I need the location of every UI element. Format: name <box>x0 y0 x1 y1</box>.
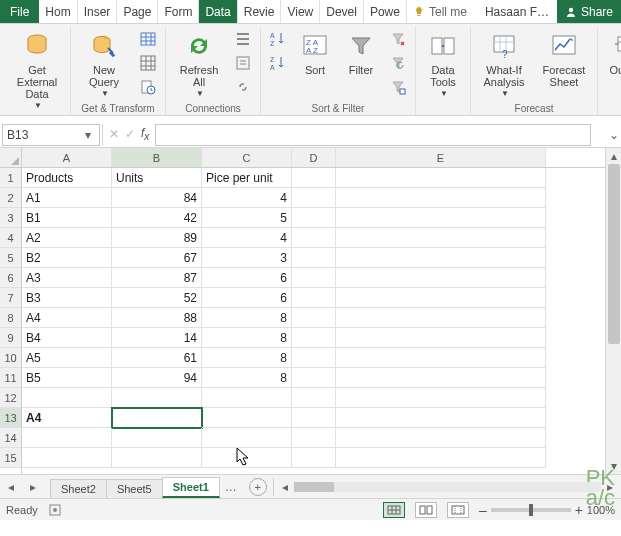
name-box[interactable]: B13 ▾ <box>2 124 100 146</box>
cell-D6[interactable] <box>292 268 336 288</box>
cell-D11[interactable] <box>292 368 336 388</box>
cell-B2[interactable]: 84 <box>112 188 202 208</box>
cell-C8[interactable]: 8 <box>202 308 292 328</box>
row-header-15[interactable]: 15 <box>0 448 21 468</box>
cell-D12[interactable] <box>292 388 336 408</box>
cell-B1[interactable]: Units <box>112 168 202 188</box>
row-header-5[interactable]: 5 <box>0 248 21 268</box>
cell-C6[interactable]: 6 <box>202 268 292 288</box>
cell-E8[interactable] <box>336 308 546 328</box>
chevron-down-icon[interactable]: ▾ <box>81 128 95 142</box>
cell-A4[interactable]: A2 <box>22 228 112 248</box>
scroll-right-button[interactable]: ▸ <box>603 480 617 494</box>
cell-B11[interactable]: 94 <box>112 368 202 388</box>
cell-E11[interactable] <box>336 368 546 388</box>
forecast-sheet-button[interactable]: Forecast Sheet <box>537 28 591 88</box>
edit-links-button[interactable] <box>232 76 254 98</box>
zoom-out-button[interactable]: – <box>479 502 487 518</box>
show-queries-button[interactable] <box>137 28 159 50</box>
cell-B5[interactable]: 67 <box>112 248 202 268</box>
cell-B6[interactable]: 87 <box>112 268 202 288</box>
cell-D8[interactable] <box>292 308 336 328</box>
cell-B10[interactable]: 61 <box>112 348 202 368</box>
whatif-button[interactable]: ? What-If Analysis▼ <box>477 28 531 99</box>
ribbon-tab-view[interactable]: View <box>281 0 320 23</box>
row-header-8[interactable]: 8 <box>0 308 21 328</box>
data-tools-button[interactable]: Data Tools▼ <box>422 28 464 99</box>
cell-E12[interactable] <box>336 388 546 408</box>
cell-E1[interactable] <box>336 168 546 188</box>
select-all-button[interactable] <box>0 148 21 168</box>
row-header-11[interactable]: 11 <box>0 368 21 388</box>
cell-A9[interactable]: B4 <box>22 328 112 348</box>
cell-B8[interactable]: 88 <box>112 308 202 328</box>
row-header-12[interactable]: 12 <box>0 388 21 408</box>
refresh-all-button[interactable]: Refresh All▼ <box>172 28 226 99</box>
cell-C15[interactable] <box>202 448 292 468</box>
cell-E6[interactable] <box>336 268 546 288</box>
cell-C13[interactable] <box>202 408 292 428</box>
ribbon-tab-page[interactable]: Page <box>117 0 158 23</box>
expand-formula-bar[interactable]: ⌄ <box>607 128 621 142</box>
row-header-4[interactable]: 4 <box>0 228 21 248</box>
cell-A1[interactable]: Products <box>22 168 112 188</box>
sheet-tabs-more[interactable]: … <box>219 480 243 494</box>
cell-E4[interactable] <box>336 228 546 248</box>
cell-E7[interactable] <box>336 288 546 308</box>
cell-B14[interactable] <box>112 428 202 448</box>
cell-D14[interactable] <box>292 428 336 448</box>
cell-C9[interactable]: 8 <box>202 328 292 348</box>
ribbon-tab-inser[interactable]: Inser <box>78 0 118 23</box>
properties-button[interactable] <box>232 52 254 74</box>
cell-C11[interactable]: 8 <box>202 368 292 388</box>
sheet-tab-sheet5[interactable]: Sheet5 <box>106 479 163 498</box>
account-name[interactable]: Hasaan F… <box>477 0 557 23</box>
reapply-button[interactable] <box>387 52 409 74</box>
cell-E9[interactable] <box>336 328 546 348</box>
vertical-scrollbar[interactable]: ▴ ▾ <box>605 148 621 474</box>
column-header-E[interactable]: E <box>336 148 546 167</box>
fx-button[interactable]: fx <box>141 126 149 142</box>
cell-E2[interactable] <box>336 188 546 208</box>
cell-C14[interactable] <box>202 428 292 448</box>
column-header-B[interactable]: B <box>112 148 202 167</box>
file-tab[interactable]: File <box>0 0 39 23</box>
cell-D13[interactable] <box>292 408 336 428</box>
cell-B12[interactable] <box>112 388 202 408</box>
row-header-10[interactable]: 10 <box>0 348 21 368</box>
clear-filter-button[interactable] <box>387 28 409 50</box>
scroll-left-button[interactable]: ◂ <box>278 480 292 494</box>
cell-C10[interactable]: 8 <box>202 348 292 368</box>
cell-E10[interactable] <box>336 348 546 368</box>
cell-B4[interactable]: 89 <box>112 228 202 248</box>
cell-D7[interactable] <box>292 288 336 308</box>
cell-C12[interactable] <box>202 388 292 408</box>
normal-view-button[interactable] <box>383 502 405 518</box>
cell-D10[interactable] <box>292 348 336 368</box>
cancel-formula-button[interactable]: ✕ <box>109 127 119 141</box>
ribbon-tab-form[interactable]: Form <box>158 0 199 23</box>
cell-A3[interactable]: B1 <box>22 208 112 228</box>
sheet-nav-next[interactable]: ▸ <box>24 478 42 496</box>
scroll-down-button[interactable]: ▾ <box>606 458 622 474</box>
cell-D5[interactable] <box>292 248 336 268</box>
zoom-in-button[interactable]: + <box>575 502 583 518</box>
row-header-14[interactable]: 14 <box>0 428 21 448</box>
cell-A10[interactable]: A5 <box>22 348 112 368</box>
cell-B9[interactable]: 14 <box>112 328 202 348</box>
cell-D3[interactable] <box>292 208 336 228</box>
horizontal-scrollbar[interactable]: ◂ ▸ <box>274 480 621 494</box>
cell-A8[interactable]: A4 <box>22 308 112 328</box>
row-header-3[interactable]: 3 <box>0 208 21 228</box>
ribbon-tab-hom[interactable]: Hom <box>39 0 77 23</box>
cell-C3[interactable]: 5 <box>202 208 292 228</box>
cell-E14[interactable] <box>336 428 546 448</box>
macro-record-icon[interactable] <box>48 503 62 517</box>
cell-E5[interactable] <box>336 248 546 268</box>
cell-A5[interactable]: B2 <box>22 248 112 268</box>
formula-input[interactable] <box>155 124 591 146</box>
zoom-slider[interactable] <box>491 508 571 512</box>
cell-E13[interactable] <box>336 408 546 428</box>
sort-desc-button[interactable]: ZA <box>267 52 289 74</box>
cell-D2[interactable] <box>292 188 336 208</box>
